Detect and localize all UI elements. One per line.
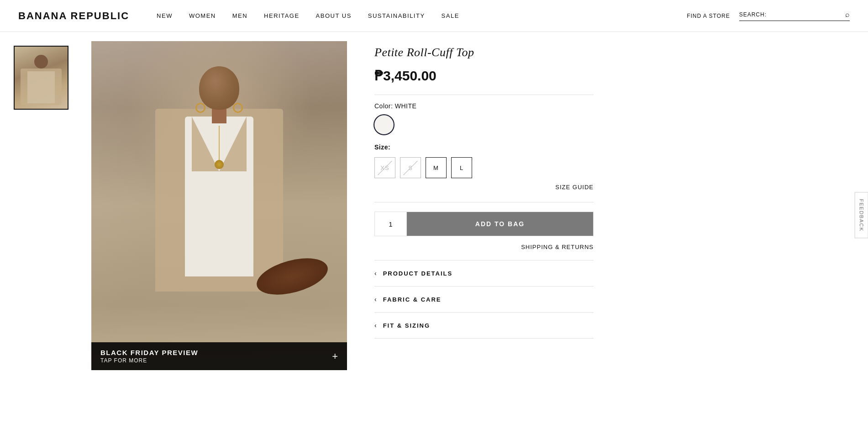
size-options: XS S M L	[374, 157, 594, 178]
color-swatches	[374, 115, 594, 134]
accordion-section: ‹ PRODUCT DETAILS ‹ FABRIC & CARE ‹ FIT …	[374, 260, 594, 339]
bf-banner-title: BLACK FRIDAY PREVIEW	[100, 349, 198, 356]
accordion-fabric-care[interactable]: ‹ FABRIC & CARE	[374, 287, 594, 313]
chevron-icon-1: ‹	[374, 270, 377, 277]
size-guide-link[interactable]: SIZE GUIDE	[555, 184, 594, 191]
nav-item-men[interactable]: MEN	[232, 12, 247, 19]
divider-1	[374, 95, 594, 95]
add-to-bag-row: 1 ADD TO BAG	[374, 212, 594, 236]
size-btn-xs[interactable]: XS	[374, 157, 395, 178]
shipping-returns-link[interactable]: SHIPPING & RETURNS	[521, 244, 594, 250]
search-label: SEARCH:	[739, 11, 767, 18]
hero-image: BLACK FRIDAY PREVIEW TAP FOR MORE +	[91, 41, 347, 370]
find-store-link[interactable]: FIND A STORE	[687, 13, 730, 19]
nav-item-sustainability[interactable]: SUSTAINABILITY	[368, 12, 425, 19]
product-details-panel: Petite Roll-Cuff Top ₱3,450.00 Color: WH…	[365, 41, 594, 370]
search-input[interactable]	[769, 11, 842, 18]
add-to-bag-button[interactable]: ADD TO BAG	[407, 212, 593, 236]
product-title: Petite Roll-Cuff Top	[374, 46, 594, 59]
bf-banner-subtitle: TAP FOR MORE	[100, 357, 198, 364]
nav-item-new[interactable]: NEW	[157, 12, 173, 19]
size-section: Size: XS S M L SIZE GUIDE	[374, 143, 594, 191]
thumbnail-panel	[9, 41, 91, 370]
accordion-label-2: FABRIC & CARE	[383, 296, 442, 303]
quantity-display: 1	[375, 212, 407, 236]
thumbnail-1[interactable]	[14, 46, 68, 110]
accordion-label-3: FIT & SIZING	[383, 322, 430, 329]
size-label: Size:	[374, 143, 594, 151]
product-price: ₱3,450.00	[374, 68, 594, 84]
color-value: WHITE	[395, 102, 417, 110]
accordion-fit-sizing[interactable]: ‹ FIT & SIZING	[374, 313, 594, 339]
search-icon[interactable]: ⌕	[845, 11, 850, 19]
feedback-tab[interactable]: Feedback	[854, 192, 868, 238]
nav-item-about-us[interactable]: ABOUT US	[316, 12, 352, 19]
size-btn-m[interactable]: M	[426, 157, 447, 178]
black-friday-banner[interactable]: BLACK FRIDAY PREVIEW TAP FOR MORE +	[91, 342, 347, 370]
size-btn-s[interactable]: S	[400, 157, 421, 178]
chevron-icon-3: ‹	[374, 322, 377, 329]
nav-item-women[interactable]: WOMEN	[189, 12, 216, 19]
accordion-product-details[interactable]: ‹ PRODUCT DETAILS	[374, 260, 594, 287]
color-swatch-white[interactable]	[374, 115, 394, 134]
main-content: BLACK FRIDAY PREVIEW TAP FOR MORE + Peti…	[0, 32, 868, 379]
logo[interactable]: BANANA REPUBLIC	[18, 10, 129, 22]
chevron-icon-2: ‹	[374, 296, 377, 303]
header: BANANA REPUBLIC NEWWOMENMENHERITAGEABOUT…	[0, 0, 868, 32]
shipping-returns-section: SHIPPING & RETURNS	[374, 243, 594, 251]
color-section: Color: WHITE	[374, 102, 594, 134]
accordion-label-1: PRODUCT DETAILS	[383, 270, 453, 277]
color-label: Color: WHITE	[374, 102, 594, 110]
size-btn-l[interactable]: L	[451, 157, 472, 178]
nav-item-sale[interactable]: SALE	[442, 12, 459, 19]
divider-2	[374, 202, 594, 202]
header-right: FIND A STORE SEARCH: ⌕	[687, 11, 850, 21]
main-nav: NEWWOMENMENHERITAGEABOUT USSUSTAINABILIT…	[157, 12, 459, 19]
hero-container: BLACK FRIDAY PREVIEW TAP FOR MORE +	[91, 41, 347, 370]
nav-item-heritage[interactable]: HERITAGE	[264, 12, 300, 19]
bf-plus-icon[interactable]: +	[332, 350, 338, 362]
search-area: SEARCH: ⌕	[739, 11, 850, 21]
